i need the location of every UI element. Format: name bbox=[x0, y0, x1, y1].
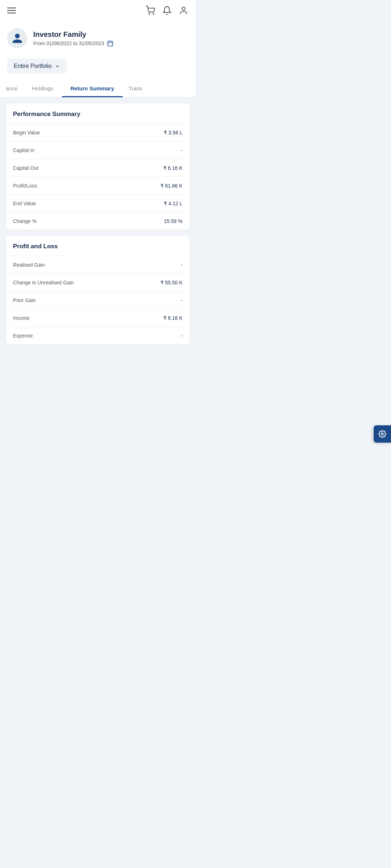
avatar bbox=[7, 28, 27, 48]
profile-date-range: From 01/06/2022 to 31/05/2023 bbox=[33, 40, 188, 47]
portfolio-dropdown-button[interactable]: Entire Portfolio bbox=[7, 59, 67, 74]
tab-return-summary[interactable]: Return Summary bbox=[62, 80, 123, 97]
profit-loss-label: Profit/Loss bbox=[13, 183, 37, 189]
change-percent-label: Change % bbox=[13, 218, 36, 224]
prior-gain-value: - bbox=[181, 297, 182, 303]
svg-point-0 bbox=[149, 14, 150, 14]
cart-icon[interactable] bbox=[146, 6, 155, 15]
content-area: Performance Summary Begin Value ₹ 3.56 L… bbox=[0, 98, 196, 350]
realised-gain-row: Realised Gain - bbox=[6, 256, 190, 274]
profile-section: Investor Family From 01/06/2022 to 31/05… bbox=[0, 21, 196, 54]
profit-loss-value: ₹ 61.66 K bbox=[160, 183, 182, 189]
svg-rect-3 bbox=[108, 41, 113, 46]
capital-out-value: ₹ 6.16 K bbox=[163, 165, 182, 171]
realised-gain-value: - bbox=[181, 262, 182, 268]
avatar-person-icon bbox=[12, 33, 23, 44]
unrealised-gain-row: Change in Unrealised Gain ₹ 55.50 K bbox=[6, 274, 190, 292]
svg-point-1 bbox=[153, 14, 154, 14]
calendar-icon[interactable] bbox=[107, 40, 113, 47]
capital-in-label: Capital In bbox=[13, 147, 34, 153]
unrealised-gain-label: Change in Unrealised Gain bbox=[13, 280, 74, 285]
chevron-down-icon bbox=[55, 63, 60, 69]
capital-in-value: - bbox=[181, 147, 182, 153]
capital-out-row: Capital Out ₹ 6.16 K bbox=[6, 159, 190, 177]
prior-gain-label: Prior Gain bbox=[13, 297, 36, 303]
bell-icon[interactable] bbox=[162, 6, 172, 15]
begin-value-label: Begin Value bbox=[13, 130, 40, 136]
income-label: Income bbox=[13, 315, 30, 321]
svg-point-2 bbox=[182, 7, 185, 10]
begin-value-row: Begin Value ₹ 3.56 L bbox=[6, 124, 190, 142]
tabs-bar: ance Holdings Return Summary Trans bbox=[0, 80, 196, 98]
tab-holdings[interactable]: Holdings bbox=[23, 80, 62, 97]
end-value-label: End Value bbox=[13, 201, 36, 206]
profit-loss-title: Profit and Loss bbox=[6, 236, 190, 256]
header-actions bbox=[146, 6, 188, 15]
change-percent-row: Change % 15.59 % bbox=[6, 212, 190, 230]
profile-name: Investor Family bbox=[33, 30, 188, 39]
app-header bbox=[0, 0, 196, 21]
hamburger-menu-button[interactable] bbox=[7, 8, 16, 13]
performance-summary-title: Performance Summary bbox=[6, 103, 190, 124]
unrealised-gain-value: ₹ 55.50 K bbox=[160, 280, 182, 285]
profile-info: Investor Family From 01/06/2022 to 31/05… bbox=[33, 30, 188, 47]
end-value-value: ₹ 4.12 L bbox=[164, 201, 182, 206]
tab-transactions[interactable]: Trans bbox=[123, 80, 148, 97]
prior-gain-row: Prior Gain - bbox=[6, 292, 190, 309]
change-percent-value: 15.59 % bbox=[164, 218, 182, 224]
user-profile-icon[interactable] bbox=[179, 6, 188, 15]
expense-value: - bbox=[181, 333, 182, 339]
income-value: ₹ 6.16 K bbox=[163, 315, 182, 321]
performance-summary-card: Performance Summary Begin Value ₹ 3.56 L… bbox=[6, 103, 190, 230]
portfolio-section: Entire Portfolio bbox=[0, 54, 196, 80]
capital-in-row: Capital In - bbox=[6, 142, 190, 159]
expense-label: Expense bbox=[13, 333, 33, 339]
tab-performance[interactable]: ance bbox=[0, 80, 23, 97]
income-row: Income ₹ 6.16 K bbox=[6, 309, 190, 327]
capital-out-label: Capital Out bbox=[13, 165, 38, 171]
end-value-row: End Value ₹ 4.12 L bbox=[6, 195, 190, 212]
profit-loss-row: Profit/Loss ₹ 61.66 K bbox=[6, 177, 190, 195]
profit-loss-card: Profit and Loss Realised Gain - Change i… bbox=[6, 236, 190, 344]
portfolio-dropdown-label: Entire Portfolio bbox=[14, 63, 52, 69]
begin-value-value: ₹ 3.56 L bbox=[164, 130, 182, 136]
expense-row: Expense - bbox=[6, 327, 190, 344]
realised-gain-label: Realised Gain bbox=[13, 262, 45, 268]
